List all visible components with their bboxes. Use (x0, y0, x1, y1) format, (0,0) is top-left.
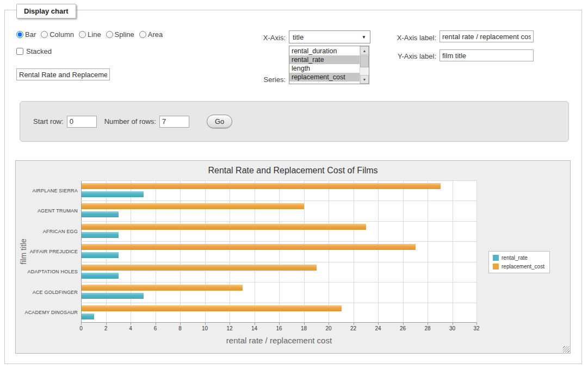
bar-rental_rate (82, 191, 144, 197)
x-tick (428, 323, 428, 325)
gridline (304, 180, 305, 323)
gridline (131, 180, 131, 323)
bar-rental_rate (82, 252, 119, 258)
x-axis-select-label: X-Axis: (242, 34, 286, 42)
bar-replacement_cost (82, 244, 416, 250)
chart-type-radio-area[interactable] (139, 31, 146, 38)
chart-type-radio-spline[interactable] (106, 31, 113, 38)
x-tick (304, 323, 305, 325)
scroll-down-icon[interactable]: ▼ (360, 75, 369, 84)
x-tick-label: 4 (120, 325, 141, 331)
x-tick-label: 8 (169, 325, 191, 331)
scroll-up-icon[interactable]: ▲ (360, 46, 369, 55)
legend-label: rental_rate (502, 255, 528, 261)
bar-rental_rate (82, 211, 119, 217)
bar-rental_rate (82, 273, 119, 279)
chart-type-label: Line (88, 30, 101, 39)
x-tick-label: 28 (417, 325, 438, 331)
series-label: Series: (242, 76, 286, 84)
chart-type-label: Column (49, 30, 74, 39)
series-scrollbar[interactable]: ▲ ▼ (360, 46, 369, 84)
x-tick-label: 10 (194, 325, 216, 331)
resize-handle-icon[interactable] (563, 346, 570, 353)
chart-type-radio-bar[interactable] (16, 31, 23, 38)
series-option-replacement_cost[interactable]: replacement_cost (289, 73, 360, 81)
x-axis-select[interactable]: title ▼ (289, 30, 370, 43)
x-tick-label: 20 (318, 325, 339, 331)
gridline (81, 241, 477, 242)
category-label: AFFAIR PREJUDICE (24, 249, 78, 254)
bar-replacement_cost (82, 203, 304, 209)
chart-legend: rental_ratereplacement_cost (488, 251, 550, 273)
chart-type-spline[interactable]: Spline (106, 30, 134, 39)
legend-item-replacement_cost[interactable]: replacement_cost (493, 264, 544, 269)
series-option-rental_rate[interactable]: rental_rate (289, 55, 360, 64)
chart-type-radio-line[interactable] (79, 31, 86, 38)
x-tick (354, 323, 354, 325)
x-tick-label: 16 (268, 325, 290, 331)
gridline (81, 221, 477, 222)
gridline (81, 282, 477, 283)
series-option-rental_duration[interactable]: rental_duration (289, 47, 360, 55)
x-tick-label: 32 (466, 325, 487, 331)
bar-rental_rate (82, 293, 144, 299)
scrollbar-thumb[interactable] (360, 55, 369, 67)
series-options: rental_durationrental_ratelengthreplacem… (289, 46, 360, 84)
fieldset-legend: Display chart (16, 4, 76, 18)
chart-type-line[interactable]: Line (79, 30, 101, 39)
bar-replacement_cost (82, 305, 342, 311)
bar-replacement_cost (82, 265, 317, 271)
gridline (81, 180, 477, 181)
gridline (81, 303, 477, 303)
gridline (255, 180, 255, 323)
chart-title: Rental Rate and Replacement Cost of Film… (16, 166, 570, 175)
gridline (205, 180, 206, 323)
legend-swatch (493, 255, 499, 261)
chart-type-label: Spline (115, 30, 134, 39)
stacked-option[interactable]: Stacked (16, 47, 52, 55)
category-label: ACADEMY DINOSAUR (24, 310, 78, 315)
num-rows-input[interactable] (159, 116, 189, 128)
gridline (378, 180, 379, 323)
chart-type-bar[interactable]: Bar (16, 30, 36, 39)
x-tick (205, 323, 206, 325)
x-tick (131, 323, 131, 325)
chart-type-label: Area (148, 30, 163, 39)
gridline (180, 180, 181, 323)
x-tick-label: 6 (145, 325, 166, 331)
legend-item-rental_rate[interactable]: rental_rate (493, 255, 544, 261)
stacked-checkbox[interactable] (16, 48, 23, 55)
x-tick (453, 323, 453, 325)
x-tick (81, 323, 82, 325)
category-label: AFRICAN EGG (24, 229, 78, 234)
x-tick (476, 323, 477, 325)
y-axis-label-input[interactable] (440, 49, 534, 61)
row-range-panel: Start row: Number of rows: Go (20, 101, 569, 142)
start-row-input[interactable] (67, 116, 97, 128)
bar-rental_rate (82, 313, 94, 319)
gridline (230, 180, 230, 323)
series-listbox[interactable]: rental_durationrental_ratelengthreplacem… (289, 46, 369, 84)
x-tick (106, 323, 107, 325)
chart-type-area[interactable]: Area (139, 30, 163, 39)
go-button[interactable]: Go (207, 115, 232, 128)
gridline (329, 180, 329, 323)
x-axis-label-input[interactable] (440, 30, 534, 42)
legend-swatch (493, 264, 499, 269)
x-tick (403, 323, 404, 325)
x-tick-label: 2 (95, 325, 117, 331)
bar-replacement_cost (82, 183, 441, 189)
chevron-down-icon: ▼ (362, 35, 366, 40)
x-tick-label: 22 (343, 325, 364, 331)
chart-type-radio-column[interactable] (41, 31, 48, 38)
chart-title-input[interactable] (16, 68, 110, 80)
start-row-label: Start row: (33, 117, 64, 126)
bar-replacement_cost (82, 285, 243, 291)
x-tick (180, 323, 181, 325)
x-tick (329, 323, 329, 325)
stacked-label: Stacked (26, 47, 52, 55)
category-label: ADAPTATION HOLES (24, 269, 78, 274)
chart-type-column[interactable]: Column (41, 30, 74, 39)
series-option-length[interactable]: length (289, 64, 360, 73)
x-tick-label: 12 (219, 325, 240, 331)
